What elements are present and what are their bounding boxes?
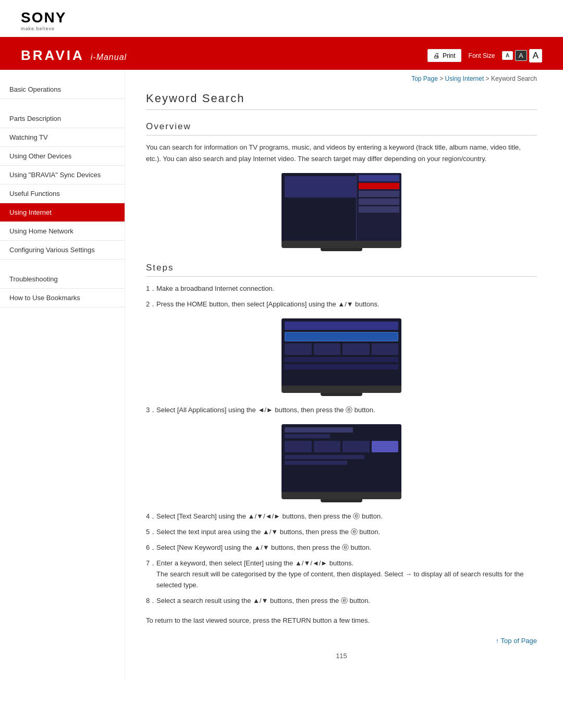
sidebar-item-useful-functions[interactable]: Useful Functions xyxy=(0,184,125,203)
step-6-text: Select [New Keyword] using the ▲/▼ butto… xyxy=(156,544,371,551)
steps-list: 1． Make a broadband Internet connection.… xyxy=(146,283,537,310)
font-size-controls: A A A xyxy=(502,49,542,63)
step-4-text: Select [Text Search] using the ▲/▼/◄/► b… xyxy=(156,512,383,520)
step-7: 7． Enter a keyword, then select [Enter] … xyxy=(146,558,537,591)
sony-logo: SONY make.believe xyxy=(21,9,542,31)
bravia-wordmark: BRAVIA xyxy=(21,47,84,64)
sidebar-item-watching-tv[interactable]: Watching TV xyxy=(0,128,125,147)
step-6: 6． Select [New Keyword] using the ▲/▼ bu… xyxy=(146,542,537,553)
step-num-6: 6． xyxy=(146,542,156,553)
steps-list-cont: 3． Select [All Applications] using the ◄… xyxy=(146,404,537,416)
step-8-text: Select a search result using the ▲/▼ but… xyxy=(156,597,370,604)
tv-screen-image-2 xyxy=(146,318,537,396)
printer-icon: 🖨 xyxy=(433,52,440,59)
sidebar-item-configuring-settings[interactable]: Configuring Various Settings xyxy=(0,241,125,260)
content-area: Top Page > Using Internet > Keyword Sear… xyxy=(125,70,563,681)
step-num-7: 7． xyxy=(146,558,156,569)
tv-display-1 xyxy=(282,173,401,240)
tv-display-2 xyxy=(282,318,401,386)
sidebar-item-using-home-network[interactable]: Using Home Network xyxy=(0,222,125,241)
step-num-2: 2． xyxy=(146,299,156,310)
steps-list-cont2: 4． Select [Text Search] using the ▲/▼/◄/… xyxy=(146,511,537,607)
step-3: 3． Select [All Applications] using the ◄… xyxy=(146,404,537,416)
title-bar: BRAVIA i-Manual 🖨 Print Font Size A A A xyxy=(0,41,563,70)
font-size-medium-button[interactable]: A xyxy=(515,50,527,61)
overview-text: You can search for information on TV pro… xyxy=(146,142,537,165)
tv-stand-3 xyxy=(282,492,401,499)
sony-tagline: make.believe xyxy=(21,26,55,31)
title-actions: 🖨 Print Font Size A A A xyxy=(427,49,542,63)
breadcrumb: Top Page > Using Internet > Keyword Sear… xyxy=(146,75,537,82)
step-3-text: Select [All Applications] using the ◄/► … xyxy=(156,406,375,414)
main-layout: Basic Operations Parts Description Watch… xyxy=(0,70,563,681)
sidebar-item-parts-description[interactable]: Parts Description xyxy=(0,109,125,128)
font-size-small-button[interactable]: A xyxy=(502,51,513,60)
breadcrumb-top-page[interactable]: Top Page xyxy=(411,75,438,82)
tv-screen-image-1 xyxy=(146,173,537,251)
tv-stand-2 xyxy=(282,386,401,393)
section-overview-title: Overview xyxy=(146,121,537,135)
sidebar-item-using-internet[interactable]: Using Internet xyxy=(0,203,125,222)
breadcrumb-using-internet[interactable]: Using Internet xyxy=(445,75,484,82)
tv-screen-image-3 xyxy=(146,424,537,502)
top-of-page-link[interactable]: ↑ Top of Page xyxy=(496,637,537,645)
page-number: 115 xyxy=(146,652,537,660)
section-steps-title: Steps xyxy=(146,263,537,277)
step-7-text: Enter a keyword, then select [Enter] usi… xyxy=(156,559,353,567)
imanual-label: i-Manual xyxy=(91,53,127,62)
tv-stand-1 xyxy=(282,241,401,248)
step-8: 8． Select a search result using the ▲/▼ … xyxy=(146,595,537,607)
step-5: 5． Select the text input area using the … xyxy=(146,526,537,538)
step-num-4: 4． xyxy=(146,511,156,522)
tv-stand-base-2 xyxy=(321,393,362,396)
bravia-title: BRAVIA i-Manual xyxy=(21,47,127,64)
step-num-5: 5． xyxy=(146,526,156,538)
step-num-3: 3． xyxy=(146,404,156,416)
tv-stand-base-1 xyxy=(321,248,362,251)
sidebar-item-bravia-sync[interactable]: Using "BRAVIA" Sync Devices xyxy=(0,166,125,184)
sidebar: Basic Operations Parts Description Watch… xyxy=(0,70,125,681)
step-7-subtext: The search result will be categorised by… xyxy=(156,569,537,591)
sidebar-item-bookmarks[interactable]: How to Use Bookmarks xyxy=(0,289,125,307)
font-size-large-button[interactable]: A xyxy=(529,49,542,63)
font-size-label: Font Size xyxy=(469,52,495,59)
step-5-text: Select the text input area using the ▲/▼… xyxy=(156,528,380,536)
step-num-1: 1． xyxy=(146,283,156,294)
red-stripe xyxy=(0,37,563,41)
sidebar-item-using-other-devices[interactable]: Using Other Devices xyxy=(0,147,125,166)
sidebar-item-troubleshooting[interactable]: Troubleshooting xyxy=(0,270,125,289)
tv-display-3 xyxy=(282,424,401,491)
print-button[interactable]: 🖨 Print xyxy=(427,49,461,62)
breadcrumb-current: Keyword Search xyxy=(491,75,537,82)
step-num-8: 8． xyxy=(146,595,156,607)
step-2: 2． Press the HOME button, then select [A… xyxy=(146,299,537,310)
step-4: 4． Select [Text Search] using the ▲/▼/◄/… xyxy=(146,511,537,522)
return-text: To return to the last viewed source, pre… xyxy=(146,615,537,626)
page-title: Keyword Search xyxy=(146,92,537,110)
sony-wordmark: SONY xyxy=(21,9,66,26)
step-1-text: Make a broadband Internet connection. xyxy=(156,285,274,292)
top-header: SONY make.believe xyxy=(0,0,563,37)
top-of-page-container: ↑ Top of Page xyxy=(146,637,537,645)
sidebar-item-basic-operations[interactable]: Basic Operations xyxy=(0,80,125,99)
tv-stand-base-3 xyxy=(321,499,362,502)
step-1: 1． Make a broadband Internet connection. xyxy=(146,283,537,294)
step-2-text: Press the HOME button, then select [Appl… xyxy=(156,300,380,308)
